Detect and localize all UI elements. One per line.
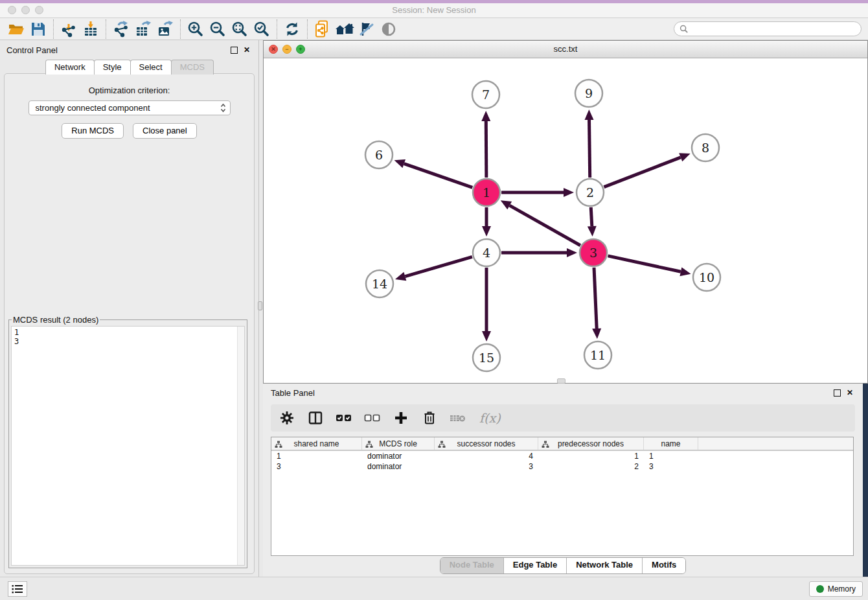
document-share-icon[interactable]	[312, 19, 334, 39]
table-float-icon[interactable]	[834, 389, 841, 397]
column-header-name[interactable]: name	[644, 437, 698, 450]
cell-name[interactable]: 1	[644, 452, 698, 461]
cell-shared-name[interactable]: 3	[271, 462, 362, 471]
split-columns-icon[interactable]	[306, 408, 325, 428]
graph-node-label-9: 9	[585, 86, 593, 100]
add-icon[interactable]	[391, 408, 411, 428]
table-header-row[interactable]: shared nameMCDS rolesuccessor nodesprede…	[271, 437, 853, 451]
vertical-splitter-handle[interactable]	[258, 301, 262, 310]
table-panel-title: Table Panel	[271, 388, 830, 398]
column-header-MCDS-role[interactable]: MCDS role	[362, 437, 435, 450]
cell-predecessor-nodes[interactable]: 2	[538, 462, 644, 471]
table-close-icon[interactable]: ✕	[845, 387, 855, 398]
tab-style[interactable]: Style	[94, 60, 131, 75]
column-header-shared-name[interactable]: shared name	[271, 437, 362, 450]
eye-icon[interactable]	[378, 19, 400, 39]
graph-edge-2-3[interactable]	[591, 207, 592, 226]
refresh-icon[interactable]	[281, 19, 303, 39]
tab-select[interactable]: Select	[130, 60, 172, 75]
desktop-background-edge	[863, 384, 868, 577]
graph-arrowhead	[395, 272, 406, 281]
tab-edge-table[interactable]: Edge Table	[503, 558, 566, 573]
mcds-result-text[interactable]: 13	[11, 326, 245, 566]
column-header-successor-nodes[interactable]: successor nodes	[435, 437, 538, 450]
table-panel: Table Panel ✕ f(x) shared nameMCDS roles…	[263, 384, 863, 577]
tab-mcds[interactable]: MCDS	[171, 60, 214, 75]
close-panel-button[interactable]: Close panel	[133, 123, 197, 139]
houses-icon[interactable]	[334, 19, 356, 39]
optimization-criterion-label: Optimization criterion:	[5, 86, 254, 95]
network-view-window: ✕ − + scc.txt 7968124314101511	[263, 40, 868, 384]
toolbar-separator	[180, 19, 181, 39]
export-image-icon[interactable]	[154, 19, 176, 39]
zoom-in-icon[interactable]	[185, 19, 207, 39]
window-title: Session: New Session	[0, 5, 868, 15]
graph-arrowhead	[394, 159, 405, 168]
task-history-button[interactable]	[8, 581, 27, 597]
flag-slash-icon[interactable]	[356, 19, 378, 39]
close-panel-icon[interactable]: ✕	[242, 45, 252, 55]
toolbar-separator	[53, 19, 54, 39]
graph-edge-1-7[interactable]	[486, 121, 486, 178]
cell-successor-nodes[interactable]: 4	[435, 452, 538, 461]
zoom-selected-icon[interactable]	[251, 19, 273, 39]
horizontal-splitter-handle[interactable]	[557, 378, 565, 384]
graph-edge-2-8[interactable]	[604, 157, 680, 187]
search-field[interactable]	[674, 21, 862, 36]
tab-motifs[interactable]: Motifs	[642, 558, 685, 573]
tab-network[interactable]: Network	[45, 60, 95, 75]
cell-MCDS-role[interactable]: dominator	[362, 462, 435, 471]
graph-arrowhead	[482, 226, 491, 237]
network-graph[interactable]: 7968124314101511	[264, 58, 867, 383]
zoom-fit-icon[interactable]	[229, 19, 251, 39]
search-icon	[680, 25, 689, 34]
float-panel-icon[interactable]	[231, 47, 238, 54]
table-row[interactable]: 1dominator411	[271, 451, 853, 461]
network-canvas[interactable]: 7968124314101511	[264, 58, 867, 383]
network-window-titlebar[interactable]: ✕ − + scc.txt	[264, 41, 867, 58]
graph-node-label-10: 10	[699, 270, 714, 284]
graph-node-label-4: 4	[483, 246, 490, 260]
import-table-icon[interactable]	[80, 19, 102, 39]
result-scrollbar[interactable]	[237, 327, 244, 565]
folder-open-icon[interactable]	[5, 19, 27, 39]
export-network-icon[interactable]	[110, 19, 132, 39]
run-mcds-button[interactable]: Run MCDS	[62, 123, 124, 139]
table-body[interactable]: 1dominator4113dominator323	[271, 451, 853, 472]
graph-edge-4-14[interactable]	[405, 257, 472, 276]
column-header-predecessor-nodes[interactable]: predecessor nodes	[538, 437, 644, 450]
zoom-out-icon[interactable]	[207, 19, 229, 39]
export-table-icon[interactable]	[132, 19, 154, 39]
cell-name[interactable]: 3	[644, 462, 698, 471]
import-network-icon[interactable]	[58, 19, 80, 39]
cell-successor-nodes[interactable]: 3	[435, 462, 538, 471]
table-toolbar: f(x)	[271, 404, 855, 432]
cell-predecessor-nodes[interactable]: 1	[538, 452, 644, 461]
graph-node-label-2: 2	[586, 185, 594, 200]
graph-edge-3-1[interactable]	[510, 205, 580, 246]
graph-arrowhead	[680, 267, 691, 276]
graph-arrowhead	[588, 226, 597, 237]
cell-MCDS-role[interactable]: dominator	[362, 452, 435, 461]
delete-icon[interactable]	[420, 408, 439, 428]
cell-shared-name[interactable]: 1	[271, 452, 362, 461]
delete-column-icon[interactable]	[448, 408, 468, 428]
graph-edge-3-10[interactable]	[608, 256, 680, 271]
deselect-all-icon[interactable]	[363, 408, 382, 428]
graph-edge-1-6[interactable]	[404, 164, 473, 188]
table-row[interactable]: 3dominator323	[271, 461, 853, 472]
save-icon[interactable]	[27, 19, 49, 39]
tab-network-table[interactable]: Network Table	[566, 558, 642, 573]
search-input[interactable]	[689, 23, 861, 35]
memory-button[interactable]: Memory	[809, 581, 863, 597]
optimization-criterion-select[interactable]: strongly connected component	[29, 100, 231, 115]
gear-icon[interactable]	[277, 408, 297, 428]
function-builder-icon[interactable]: f(x)	[477, 408, 503, 428]
mcds-result-box: MCDS result (2 nodes) 13	[8, 315, 247, 568]
list-icon	[12, 584, 23, 594]
select-all-icon[interactable]	[334, 408, 354, 428]
graph-edge-2-9[interactable]	[589, 120, 590, 178]
graph-edge-3-11[interactable]	[594, 268, 597, 329]
tab-node-table[interactable]: Node Table	[440, 558, 503, 573]
node-table[interactable]: shared nameMCDS rolesuccessor nodesprede…	[271, 437, 854, 556]
